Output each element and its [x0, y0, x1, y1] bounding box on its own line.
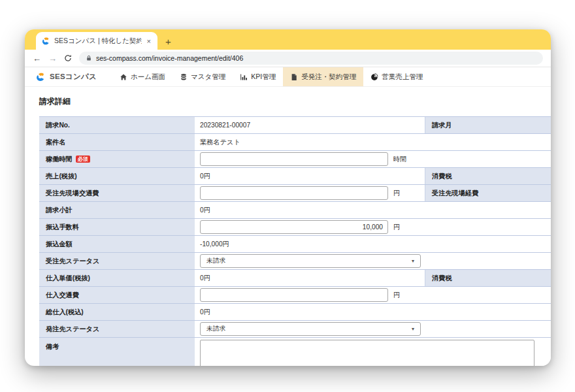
home-icon: [120, 73, 127, 81]
client-status-label: 受注先ステータス: [39, 253, 195, 269]
sales-excl-tax-value: 0円: [200, 172, 210, 181]
row-total-purchase: 総仕入(税込)0円: [39, 304, 551, 321]
row-purchase-unit-price: 仕入単価(税抜)0円消費税: [39, 270, 551, 287]
purchase-transport-input[interactable]: [200, 288, 388, 302]
purchase-unit-price-value-cell: 0円: [195, 270, 425, 286]
row-transfer-amount: 振込金額-10,000円: [39, 236, 551, 253]
total-purchase-value-cell: 0円: [195, 304, 551, 320]
working-hours-unit: 時間: [393, 155, 406, 164]
vendor-status-value-cell: 未請求▾: [195, 321, 551, 337]
invoice-subtotal-label: 請求小計: [39, 202, 195, 218]
invoice-no-secondary-label: 請求月: [425, 117, 551, 133]
row-sales-excl-tax: 売上(税抜)0円消費税: [39, 168, 551, 185]
remarks-label: 備考: [39, 338, 195, 366]
tab-strip: SESコンパス | 特化した契約管理・営 × +: [25, 29, 551, 50]
reload-button[interactable]: [64, 54, 72, 62]
database-icon: [180, 73, 188, 81]
address-bar[interactable]: ses-compass.com/invoice-management/edit/…: [79, 52, 543, 65]
invoice-subtotal-value-cell: 0円: [195, 202, 551, 218]
remarks-textarea[interactable]: [200, 340, 534, 366]
pie-chart-icon: [370, 73, 378, 81]
sales-excl-tax-value-cell: 0円: [195, 168, 425, 184]
sales-excl-tax-label: 売上(税抜): [39, 168, 195, 184]
tab-close-icon[interactable]: ×: [146, 37, 152, 45]
required-badge: 必須: [76, 155, 90, 163]
total-purchase-value: 0円: [200, 308, 210, 317]
brand[interactable]: SESコンパス: [35, 67, 103, 86]
purchase-unit-price-label: 仕入単価(税抜): [39, 270, 195, 286]
vendor-status-select[interactable]: 未請求▾: [200, 322, 421, 336]
lock-icon: [86, 55, 92, 61]
purchase-unit-price-value: 0円: [200, 274, 210, 283]
brand-logo-icon: [35, 72, 46, 82]
purchase-transport-unit: 円: [393, 291, 400, 300]
working-hours-label: 稼働時間必須: [39, 151, 195, 167]
sales-excl-tax-secondary-label: 消費税: [425, 168, 551, 184]
invoice-form: 請求No.20230821-00007請求月案件名業務名テスト稼働時間必須時間売…: [39, 116, 551, 366]
project-name-value: 業務名テスト: [200, 138, 240, 147]
transfer-amount-value: -10,000円: [200, 240, 229, 249]
vendor-status-label: 発注先ステータス: [39, 321, 195, 337]
nav-item-home[interactable]: ホーム画面: [112, 67, 172, 86]
browser-window: SESコンパス | 特化した契約管理・営 × + ← → ses-compass…: [25, 29, 551, 366]
chevron-down-icon: ▾: [412, 258, 414, 264]
purchase-transport-label: 仕入交通費: [39, 287, 195, 303]
purchase-transport-value-cell: 円: [195, 287, 551, 303]
app-nav: SESコンパス ホーム画面マスタ管理KPI管理受発注・契約管理営業売上管理: [25, 67, 551, 87]
row-vendor-status: 発注先ステータス未請求▾: [39, 321, 551, 338]
invoice-no-value: 20230821-00007: [200, 122, 250, 129]
nav-item-master[interactable]: マスタ管理: [172, 67, 233, 86]
purchase-unit-price-secondary-label: 消費税: [425, 270, 551, 286]
client-site-transport-value-cell: 円: [195, 185, 425, 201]
document-icon: [290, 73, 298, 81]
row-working-hours: 稼働時間必須時間: [39, 151, 551, 168]
main-content: 請求詳細 請求No.20230821-00007請求月案件名業務名テスト稼働時間…: [25, 87, 551, 366]
row-invoice-no: 請求No.20230821-00007請求月: [39, 117, 551, 134]
nav-item-label: KPI管理: [251, 73, 276, 82]
page-title: 請求詳細: [39, 96, 551, 107]
transfer-fee-value-cell: 円: [195, 219, 551, 235]
forward-button[interactable]: →: [48, 54, 57, 63]
client-status-select[interactable]: 未請求▾: [200, 254, 421, 268]
back-button[interactable]: ←: [33, 54, 41, 63]
row-remarks: 備考: [39, 338, 551, 366]
nav-item-label: マスタ管理: [191, 73, 225, 82]
vendor-status-selected-value: 未請求: [206, 325, 225, 333]
nav-item-label: 営業売上管理: [382, 73, 423, 82]
url-text: ses-compass.com/invoice-management/edit/…: [96, 54, 243, 62]
transfer-amount-label: 振込金額: [39, 236, 195, 252]
chevron-down-icon: ▾: [412, 326, 414, 332]
working-hours-value-cell: 時間: [195, 151, 551, 167]
nav-item-orders[interactable]: 受発注・契約管理: [283, 67, 363, 86]
nav-items: ホーム画面マスタ管理KPI管理受発注・契約管理営業売上管理: [112, 67, 430, 86]
transfer-fee-label: 振込手数料: [39, 219, 195, 235]
remarks-value-cell: [195, 338, 551, 366]
invoice-no-value-cell: 20230821-00007: [195, 117, 425, 133]
row-purchase-transport: 仕入交通費円: [39, 287, 551, 304]
transfer-fee-unit: 円: [393, 223, 400, 232]
row-transfer-fee: 振込手数料円: [39, 219, 551, 236]
nav-item-kpi[interactable]: KPI管理: [233, 67, 283, 86]
transfer-amount-value-cell: -10,000円: [195, 236, 551, 252]
client-site-transport-label: 受注先現場交通費: [39, 185, 195, 201]
url-bar: ← → ses-compass.com/invoice-management/e…: [25, 50, 551, 67]
new-tab-button[interactable]: +: [165, 37, 171, 46]
nav-item-label: ホーム画面: [131, 73, 165, 82]
client-site-transport-input[interactable]: [200, 186, 388, 200]
invoice-subtotal-value: 0円: [200, 206, 210, 215]
invoice-no-label: 請求No.: [39, 117, 195, 133]
tab-title: SESコンパス | 特化した契約管理・営: [54, 37, 142, 46]
row-client-site-transport: 受注先現場交通費円受注先現場経費: [39, 185, 551, 202]
client-status-value-cell: 未請求▾: [195, 253, 551, 269]
nav-item-label: 受発注・契約管理: [301, 73, 356, 82]
transfer-fee-input[interactable]: [200, 220, 388, 234]
bar-chart-icon: [240, 73, 248, 81]
client-site-transport-unit: 円: [393, 189, 400, 198]
row-client-status: 受注先ステータス未請求▾: [39, 253, 551, 270]
working-hours-input[interactable]: [200, 152, 388, 166]
browser-tab[interactable]: SESコンパス | 特化した契約管理・営 ×: [36, 32, 157, 50]
project-name-value-cell: 業務名テスト: [195, 134, 551, 150]
site-favicon-icon: [41, 37, 50, 46]
row-invoice-subtotal: 請求小計0円: [39, 202, 551, 219]
nav-item-sales[interactable]: 営業売上管理: [363, 67, 430, 86]
